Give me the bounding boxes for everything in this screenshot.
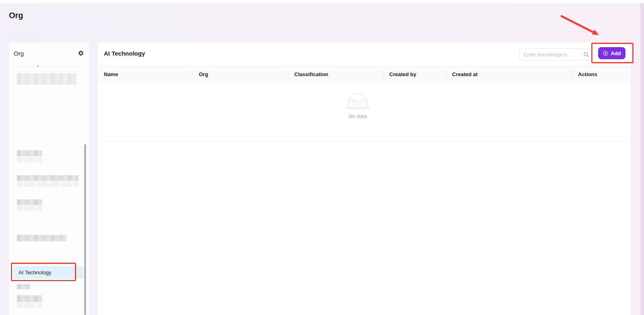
- redacted-org-item[interactable]: [17, 175, 78, 181]
- redacted-org-item[interactable]: [17, 295, 42, 302]
- top-strip: [0, 0, 644, 3]
- sidebar-item-label: AI Technology: [19, 269, 51, 276]
- sidebar-divider: [13, 66, 86, 67]
- plus-circle-icon: [603, 50, 609, 56]
- redacted-org-item-sub: [17, 303, 42, 308]
- redacted-org-item[interactable]: [17, 284, 30, 289]
- add-button[interactable]: Add: [598, 47, 625, 59]
- column-header-name[interactable]: Name: [97, 66, 192, 82]
- page-title: Org: [9, 11, 23, 20]
- search-input[interactable]: [520, 49, 581, 60]
- sidebar-divider-mark: [37, 66, 39, 66]
- redacted-org-item-sub: [17, 182, 78, 187]
- right-edge-strip: [640, 3, 644, 315]
- annotation-arrow: [547, 12, 604, 38]
- org-page: Org Org AI Technology: [0, 0, 644, 315]
- column-header-classification[interactable]: Classification: [288, 66, 383, 82]
- column-header-created-by[interactable]: Created by: [383, 66, 446, 82]
- sidebar-header: Org: [9, 42, 89, 66]
- redacted-org-item-sub: [17, 157, 42, 162]
- knowledge-base-search: [519, 48, 592, 60]
- empty-state-text: No data: [349, 113, 367, 119]
- table-header-row: Name Org Classification Created by Creat…: [97, 66, 631, 83]
- panel-title: AI Technology: [104, 50, 145, 57]
- empty-state: No data: [345, 93, 371, 119]
- page-divider: [9, 32, 635, 32]
- redacted-org-item[interactable]: [17, 150, 42, 156]
- add-button-label: Add: [611, 50, 621, 56]
- sidebar-scrollbar[interactable]: [84, 144, 86, 315]
- knowledge-base-panel: AI Technology Add Name Org Classificatio…: [97, 42, 631, 315]
- table-body: No data: [97, 83, 631, 142]
- search-icon: [583, 52, 589, 58]
- column-header-org[interactable]: Org: [192, 66, 288, 82]
- sidebar-title: Org: [14, 50, 24, 57]
- redacted-org-item[interactable]: [17, 199, 42, 205]
- empty-inbox-icon: [345, 93, 371, 110]
- search-button[interactable]: [581, 49, 591, 60]
- redacted-org-item[interactable]: [17, 235, 66, 241]
- gear-icon[interactable]: [78, 50, 84, 56]
- org-sidebar: Org AI Technology: [9, 42, 89, 315]
- column-header-created-at[interactable]: Created at: [446, 66, 572, 82]
- redacted-org-item-sub: [17, 206, 42, 211]
- column-header-actions[interactable]: Actions: [572, 66, 631, 82]
- redacted-org-item[interactable]: [17, 73, 76, 85]
- sidebar-item-ai-technology[interactable]: AI Technology: [13, 266, 84, 279]
